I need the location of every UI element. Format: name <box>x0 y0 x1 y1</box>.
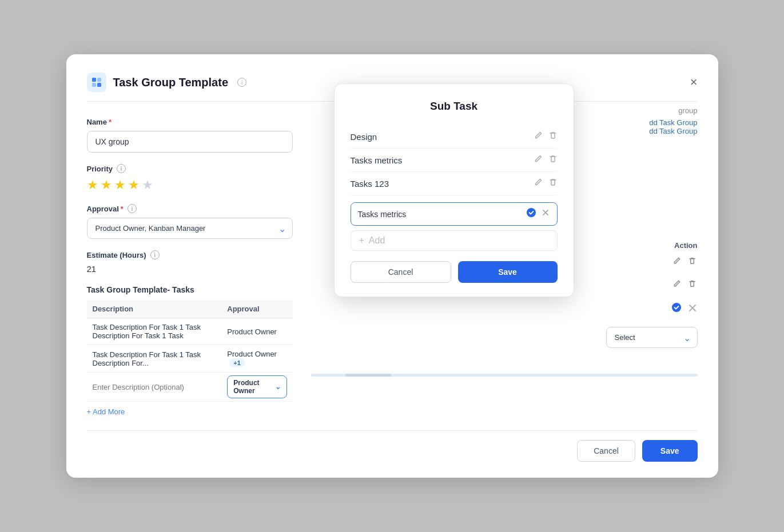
approval-dropdown-label: Product Owner <box>233 379 271 395</box>
svg-rect-3 <box>97 83 101 87</box>
subtask-modal: Sub Task Design <box>334 83 574 297</box>
modal-body: Name* Priority i ★ ★ ★ ★ ★ <box>87 118 698 417</box>
row2-edit-button[interactable] <box>671 278 682 291</box>
tasks-section-title: Task Group Template- Tasks <box>87 285 293 294</box>
approval-info-icon[interactable]: i <box>128 204 137 213</box>
star-1[interactable]: ★ <box>87 178 98 193</box>
modal-icon <box>87 73 106 92</box>
add-more-button[interactable]: + Add More <box>87 407 125 416</box>
tasks-table-head: Description Approval <box>87 300 293 318</box>
priority-info-icon[interactable]: i <box>117 164 126 173</box>
svg-rect-1 <box>97 78 101 82</box>
partial-content: group dd Task Group dd Task Group <box>649 106 697 135</box>
subtask-delete-button-tasks123[interactable] <box>548 178 558 189</box>
table-row: Task Description For Task 1 Task Descrip… <box>87 318 293 345</box>
main-save-button[interactable]: Save <box>642 440 698 462</box>
subtask-item: Tasks 123 <box>351 172 558 195</box>
subtask-item-actions <box>534 131 558 142</box>
subtask-item: Tasks metrics <box>351 149 558 172</box>
approval-dropdown-chevron-icon: ⌄ <box>275 383 281 391</box>
scrollbar-area <box>311 369 698 377</box>
row1-approval: Product Owner <box>221 318 292 345</box>
action-col-header: Action <box>670 241 698 250</box>
right-select-wrapper: Select ⌄ <box>606 327 698 348</box>
subtask-confirm-button[interactable] <box>526 207 536 221</box>
main-cancel-button[interactable]: Cancel <box>577 440 635 462</box>
approval-badge: +1 <box>229 358 245 367</box>
star-3[interactable]: ★ <box>114 178 126 193</box>
approval-select[interactable]: Product Owner, Kanban Manager <box>87 218 293 239</box>
subtask-edit-button-tasks123[interactable] <box>534 178 543 189</box>
subtask-delete-button-metrics[interactable] <box>548 154 558 166</box>
priority-section: Priority i ★ ★ ★ ★ ★ <box>87 164 293 193</box>
input-row: Product Owner ⌄ <box>87 373 293 402</box>
subtask-edit-button-metrics[interactable] <box>534 154 543 166</box>
right-select[interactable]: Select <box>606 327 698 348</box>
star-5[interactable]: ★ <box>142 178 153 193</box>
svg-rect-0 <box>92 78 96 82</box>
scrollbar-track[interactable] <box>311 374 698 377</box>
row2-delete-button[interactable] <box>687 278 698 291</box>
modal-info-icon[interactable]: i <box>237 78 246 87</box>
subtask-cancel-button[interactable]: Cancel <box>351 261 451 283</box>
subtask-item-label-design: Design <box>351 132 377 142</box>
tasks-table-header-row: Description Approval <box>87 300 293 318</box>
partial-item-2[interactable]: dd Task Group <box>649 127 697 135</box>
subtask-cancel-input-button[interactable] <box>541 208 550 220</box>
subtask-edit-button-design[interactable] <box>534 131 543 142</box>
row1-description: Task Description For Task 1 Task Descrip… <box>87 318 222 345</box>
row2-description: Task Description For Task 1 Task Descrip… <box>87 345 222 373</box>
subtask-modal-footer: Cancel Save <box>351 261 558 283</box>
approval-section: Approval* i Product Owner, Kanban Manage… <box>87 204 293 239</box>
desc-input-cell <box>87 373 222 402</box>
subtask-edit-input[interactable] <box>358 210 522 219</box>
approval-dropdown[interactable]: Product Owner ⌄ <box>227 375 286 398</box>
approval-label: Approval* i <box>87 204 293 213</box>
estimate-value: 21 <box>87 264 293 274</box>
approval-select-wrapper: Product Owner, Kanban Manager ⌄ <box>87 218 293 239</box>
subtask-add-plus-icon: + <box>359 235 364 246</box>
approval-dropdown-cell: Product Owner ⌄ <box>221 373 292 402</box>
star-4[interactable]: ★ <box>128 178 140 193</box>
inputrow-cancel-button[interactable] <box>687 303 698 315</box>
subtask-add-label: Add <box>369 235 385 246</box>
modal-close-button[interactable]: × <box>690 76 698 89</box>
modal-title: Task Group Template <box>113 76 229 89</box>
priority-label: Priority i <box>87 164 293 173</box>
approval-required-star: * <box>121 205 124 213</box>
estimate-section: Estimate (Hours) i 21 <box>87 250 293 274</box>
subtask-editing-row <box>351 202 558 226</box>
partial-item-1[interactable]: dd Task Group <box>649 118 697 127</box>
subtask-item: Design <box>351 125 558 149</box>
name-label: Name* <box>87 118 293 126</box>
svg-point-4 <box>527 208 536 217</box>
scrollbar-thumb[interactable] <box>345 374 391 377</box>
priority-stars: ★ ★ ★ ★ ★ <box>87 178 293 193</box>
subtask-item-actions <box>534 154 558 166</box>
estimate-label: Estimate (Hours) i <box>87 250 293 259</box>
row2-approval: Product Owner +1 <box>221 345 292 373</box>
subtask-save-button[interactable]: Save <box>458 261 558 283</box>
subtask-item-label-tasks123: Tasks 123 <box>351 179 389 189</box>
table-row: Task Description For Task 1 Task Descrip… <box>87 345 293 373</box>
row1-actions <box>670 255 698 268</box>
estimate-info-icon[interactable]: i <box>150 250 160 259</box>
col-description: Description <box>87 300 222 318</box>
subtask-item-actions <box>534 178 558 189</box>
subtask-item-label-metrics: Tasks metrics <box>351 155 403 165</box>
name-required-star: * <box>109 118 112 126</box>
description-input[interactable] <box>93 383 216 391</box>
subtask-add-row[interactable]: + Add <box>351 230 558 251</box>
subtask-delete-button-design[interactable] <box>548 131 558 142</box>
name-input[interactable] <box>87 131 293 153</box>
svg-point-5 <box>672 303 681 312</box>
row1-delete-button[interactable] <box>687 255 698 268</box>
inputrow-confirm-button[interactable] <box>670 301 683 317</box>
row2-actions <box>670 278 698 291</box>
inputrow-actions <box>670 301 698 317</box>
left-panel: Name* Priority i ★ ★ ★ ★ ★ <box>87 118 293 417</box>
subtask-modal-title: Sub Task <box>351 100 558 113</box>
modal-header-left: Task Group Template i <box>87 73 247 92</box>
star-2[interactable]: ★ <box>101 178 112 193</box>
row1-edit-button[interactable] <box>671 255 682 268</box>
